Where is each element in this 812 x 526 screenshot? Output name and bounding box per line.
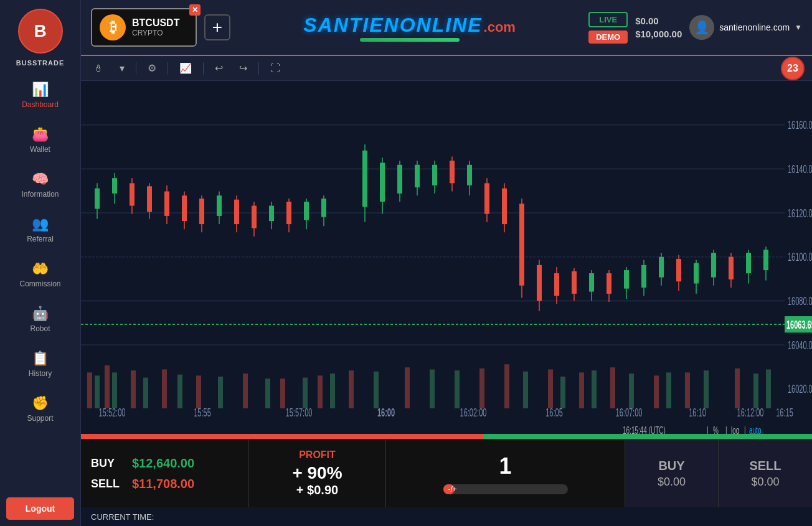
- svg-rect-81: [304, 202, 309, 220]
- sidebar-item-dashboard[interactable]: 📊 Dashboard: [0, 73, 80, 118]
- fullscreen-button[interactable]: ⛶: [265, 60, 285, 77]
- svg-rect-131: [763, 250, 768, 270]
- sidebar-item-information[interactable]: 🧠 Information: [0, 162, 80, 207]
- svg-text:|: |: [725, 425, 727, 434]
- svg-text:16100.00: 16100.00: [788, 250, 812, 263]
- svg-rect-99: [484, 183, 489, 214]
- logout-button[interactable]: Logout: [6, 497, 75, 520]
- svg-text:16080.00: 16080.00: [788, 294, 812, 308]
- header-right: LIVE DEMO $0.00 $10,000.00 👤 santienonli…: [588, 12, 802, 44]
- sell-action-value: $0.00: [751, 476, 779, 489]
- settings-button[interactable]: ⚙: [143, 60, 161, 77]
- sidebar-item-label: Robot: [30, 324, 50, 333]
- svg-rect-113: [607, 273, 611, 294]
- symbol-type: CRYPTO: [132, 29, 179, 37]
- sidebar-item-wallet[interactable]: 👛 Wallet: [0, 118, 80, 162]
- amount-section: 1 -/+: [386, 439, 625, 507]
- toolbar-separator-2: [168, 62, 168, 75]
- svg-rect-44: [330, 373, 335, 408]
- sidebar-item-referral[interactable]: 👥 Referral: [0, 207, 80, 252]
- buy-label: BUY: [91, 457, 122, 470]
- svg-rect-48: [523, 372, 528, 408]
- history-icon: 📋: [32, 350, 49, 367]
- current-time-label: CURRENT TIME:: [91, 512, 154, 522]
- wallet-icon: 👛: [32, 126, 49, 143]
- amount-value: 1: [499, 453, 511, 479]
- logo: B: [16, 6, 65, 56]
- svg-rect-89: [397, 165, 402, 194]
- user-section[interactable]: 👤 santienonline.com ▼: [689, 15, 802, 40]
- svg-rect-19: [87, 372, 92, 408]
- svg-rect-129: [746, 253, 751, 273]
- svg-rect-83: [321, 199, 326, 217]
- sidebar-item-commission[interactable]: 🤲 Commission: [0, 252, 80, 297]
- buy-button[interactable]: BUY $0.00: [625, 439, 719, 507]
- timer-circle: 23: [781, 57, 805, 80]
- svg-rect-55: [766, 369, 771, 408]
- brand-center: SANTIENONLINE .com: [238, 14, 581, 42]
- demo-button[interactable]: DEMO: [588, 31, 628, 44]
- svg-rect-35: [685, 372, 690, 408]
- candle-chart-button[interactable]: 🕯: [88, 60, 108, 77]
- slider-minus-icon: -/+: [446, 485, 460, 494]
- svg-rect-91: [415, 165, 420, 187]
- svg-rect-20: [105, 365, 110, 408]
- svg-rect-41: [218, 377, 223, 408]
- svg-rect-121: [676, 259, 681, 281]
- sell-price-value: $11,708.00: [132, 477, 194, 491]
- chart-type-dropdown[interactable]: ▾: [115, 60, 130, 77]
- buy-action-label: BUY: [658, 459, 684, 473]
- robot-icon: 🤖: [32, 306, 49, 322]
- profit-label: PROFIT: [299, 449, 336, 461]
- svg-text:16:05: 16:05: [545, 406, 563, 419]
- amount-slider[interactable]: -/+: [443, 484, 568, 494]
- add-symbol-button[interactable]: +: [204, 14, 230, 40]
- svg-rect-54: [753, 373, 758, 408]
- redo-button[interactable]: ↪: [234, 60, 252, 77]
- demo-balance: $10,000.00: [635, 29, 682, 39]
- svg-rect-65: [164, 191, 169, 215]
- live-button[interactable]: LIVE: [588, 12, 628, 27]
- svg-text:16:15:44 (UTC): 16:15:44 (UTC): [623, 425, 666, 434]
- svg-text:16:07:00: 16:07:00: [616, 406, 643, 419]
- svg-rect-42: [265, 378, 270, 408]
- symbol-box: ✕ ₿ BTCUSDT CRYPTO: [91, 8, 197, 47]
- undo-button[interactable]: ↩: [210, 60, 228, 77]
- sell-action-label: SELL: [749, 459, 781, 473]
- sidebar-item-robot[interactable]: 🤖 Robot: [0, 297, 80, 342]
- user-avatar: 👤: [689, 15, 714, 40]
- svg-rect-29: [479, 369, 484, 408]
- svg-text:16:10: 16:10: [689, 406, 706, 419]
- time-bar: CURRENT TIME:: [81, 507, 812, 526]
- svg-rect-43: [303, 378, 308, 408]
- svg-rect-27: [349, 370, 354, 408]
- svg-text:16063.69: 16063.69: [786, 318, 812, 331]
- price-section: BUY $12,640.00 SELL $11,708.00: [81, 439, 249, 507]
- svg-rect-61: [130, 183, 135, 205]
- svg-text:|: |: [744, 425, 746, 434]
- svg-rect-25: [280, 378, 285, 408]
- svg-rect-125: [711, 253, 716, 277]
- svg-rect-38: [112, 372, 117, 408]
- buy-price-value: $12,640.00: [132, 456, 194, 471]
- progress-green: [483, 434, 812, 439]
- sidebar-item-label: Support: [27, 414, 53, 423]
- sidebar-item-label: Wallet: [30, 145, 50, 154]
- progress-bar: [81, 434, 812, 439]
- trading-panel: BUY $12,640.00 SELL $11,708.00 PROFIT + …: [81, 439, 812, 507]
- username: santienonline.com: [719, 22, 790, 32]
- svg-rect-52: [666, 372, 671, 408]
- indicator-button[interactable]: 📈: [174, 60, 197, 77]
- brand-line: [360, 38, 460, 42]
- btc-icon: ₿: [100, 14, 126, 40]
- svg-text:16:00: 16:00: [377, 406, 395, 419]
- toolbar-separator-4: [258, 62, 259, 75]
- sidebar-item-support[interactable]: ✊ Support: [0, 387, 80, 431]
- svg-text:16040.00: 16040.00: [788, 339, 812, 352]
- svg-text:16:02:00: 16:02:00: [460, 406, 487, 419]
- close-symbol-button[interactable]: ✕: [189, 4, 201, 16]
- chart-toolbar: 🕯 ▾ ⚙ 📈 ↩ ↪ ⛶ 23: [81, 56, 812, 81]
- sidebar-item-history[interactable]: 📋 History: [0, 342, 80, 387]
- sell-button[interactable]: SELL $0.00: [719, 439, 812, 507]
- symbol-info: BTCUSDT CRYPTO: [132, 17, 179, 37]
